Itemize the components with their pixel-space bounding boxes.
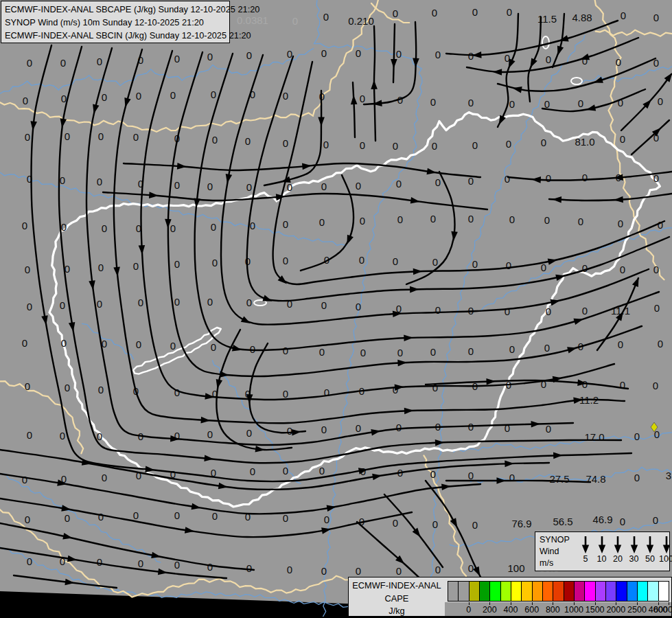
cape-grid-value: 0	[98, 384, 104, 396]
cape-color-cell	[564, 581, 575, 602]
cape-grid-value: 0	[250, 343, 255, 355]
cape-grid-value: 0	[27, 301, 32, 312]
cape-grid-value: 0	[323, 139, 329, 150]
cape-grid-value: 0	[397, 347, 403, 358]
cape-value: 74.8	[586, 473, 605, 485]
cape-tick-label: 200	[483, 605, 497, 615]
cape-color-cell	[489, 581, 500, 602]
cape-grid-value: 0	[430, 96, 436, 108]
cape-grid-value: 0	[97, 176, 102, 187]
cape-value: 0	[634, 431, 640, 442]
synop-speed-label: 10	[594, 554, 610, 564]
weather-map-page: 0000000000000000000000000000000000000000…	[0, 0, 672, 618]
sbcin-value: 0	[292, 15, 298, 27]
cape-grid-value: 0	[65, 512, 70, 524]
cape-grid-value: 0	[356, 180, 361, 192]
cape-grid-value: 0	[653, 12, 659, 23]
cape-grid-value: 0	[505, 173, 510, 185]
cape-grid-value: 0	[653, 380, 658, 391]
cape-grid-value: 0	[356, 47, 361, 59]
cape-color-cell	[647, 581, 658, 602]
synop-speed-label: 100	[658, 554, 672, 564]
cape-grid-value: 0	[211, 89, 216, 100]
cape-grid-value: 0	[283, 465, 288, 477]
cape-grid-value: 0	[102, 472, 107, 483]
cape-grid-value: 0	[27, 429, 32, 441]
cape-grid-value: 0	[97, 56, 102, 67]
cape-grid-value: 0	[246, 427, 252, 439]
cape-grid-value: 0	[174, 258, 180, 270]
cape-grid-value: 0	[283, 255, 288, 266]
cape-grid-value: 0	[618, 218, 623, 229]
synop-scale-entry: 5	[577, 535, 594, 564]
cape-grid-value: 0	[246, 562, 252, 574]
cape-grid-value: 0	[393, 255, 398, 267]
cape-color-cell	[658, 581, 669, 602]
cape-grid-value: 0	[468, 213, 474, 225]
cape-grid-value: 0	[65, 382, 70, 393]
cape-grid-value: 0	[546, 423, 551, 435]
cape-grid-value: 0	[207, 51, 213, 62]
cape-grid-value: 0	[356, 565, 361, 577]
cape-grid-value: 0	[22, 474, 27, 485]
cape-grid-value: 0	[97, 556, 102, 568]
cape-color-cell	[637, 581, 648, 602]
cape-grid-value: 0	[658, 338, 663, 350]
cape-grid-value: 0	[207, 561, 213, 573]
cape-color-cell	[479, 581, 490, 602]
cape-grid-value: 0	[468, 470, 474, 481]
cape-value: 17.0	[584, 431, 604, 443]
cape-grid-value: 0	[102, 91, 107, 103]
cape-grid-value: 0	[506, 260, 511, 271]
cape-color-cell	[532, 581, 543, 602]
cape-value: 4.88	[572, 12, 592, 23]
cape-grid-value: 0	[616, 56, 621, 68]
cape-value: 0.210	[348, 15, 374, 27]
cape-value: 76.9	[511, 518, 531, 529]
cape-grid-value: 0	[22, 220, 27, 231]
cape-grid-value: 0	[319, 465, 325, 477]
cape-grid-value: 0	[321, 47, 327, 59]
weather-map: 0000000000000000000000000000000000000000…	[0, 0, 672, 618]
cape-grid-value: 0	[541, 137, 546, 148]
cape-grid-value: 0	[432, 518, 438, 530]
cape-grid-value: 0	[250, 466, 255, 477]
cape-grid-value: 0	[435, 564, 441, 575]
cape-grid-value: 0	[102, 222, 107, 234]
cape-grid-value: 0	[360, 347, 366, 358]
cape-grid-value: 0	[546, 54, 551, 65]
cape-grid-value: 0	[138, 558, 143, 569]
cape-grid-value: 0	[506, 138, 511, 150]
synop-title-line2: Wind	[540, 546, 577, 558]
cape-color-cell	[458, 581, 469, 602]
cape-grid-value: 0	[136, 90, 141, 102]
synop-title-line1: SYNOP	[540, 534, 577, 546]
cape-grid-value: 0	[472, 6, 478, 18]
cape-grid-value: 0	[98, 262, 104, 273]
cape-grid-value: 0	[283, 137, 288, 149]
cape-grid-value: 0	[174, 510, 180, 521]
cape-model-label: ECMWF-INDEX-ANAL	[349, 580, 445, 593]
cape-grid-value: 0	[319, 346, 325, 358]
wind-arrow-icon	[612, 535, 624, 553]
cape-grid-value: 0	[22, 337, 27, 349]
cape-grid-value: 0	[356, 301, 361, 312]
cape-grid-value: 0	[25, 514, 30, 525]
cape-grid-value: 0	[621, 10, 626, 21]
cape-grid-value: 0	[174, 296, 180, 308]
cape-grid-value: 0	[27, 57, 32, 69]
cape-grid-value: 0	[61, 337, 67, 349]
cape-grid-value: 0	[432, 7, 437, 19]
cape-grid-value: 0	[211, 221, 216, 233]
cape-grid-value: 0	[287, 48, 292, 60]
synop-scale-entry: 10	[594, 535, 610, 564]
cape-grid-value: 0	[359, 254, 364, 266]
cape-grid-value: 0	[582, 262, 588, 274]
cape-tick-label: 0	[466, 605, 471, 615]
cape-grid-value: 0	[207, 428, 213, 440]
cape-grid-value: 0	[435, 304, 441, 316]
cape-color-cell	[511, 581, 522, 602]
cape-grid-value: 0	[544, 342, 550, 354]
cape-color-cell	[574, 581, 585, 602]
cape-grid-value: 0	[396, 565, 402, 577]
